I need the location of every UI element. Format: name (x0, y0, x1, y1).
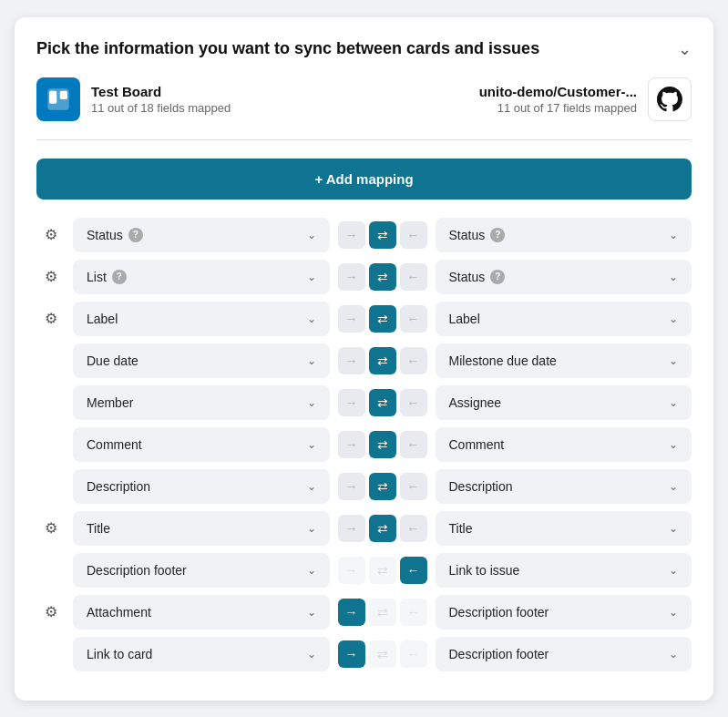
left-chevron-icon: ⌄ (307, 606, 316, 619)
both-arrows-button[interactable]: ⇄ (369, 515, 396, 542)
mapping-row: Description footer⌄→⇄←Link to issue⌄ (36, 553, 692, 588)
left-field-text: Label (87, 312, 118, 326)
source-right-info: unito-demo/Customer-... 11 out of 17 fie… (479, 84, 637, 115)
right-field-text: Description (449, 479, 513, 494)
left-field-select[interactable]: Description footer⌄ (73, 553, 330, 588)
sources-row: Test Board 11 out of 18 fields mapped un… (36, 77, 692, 140)
collapse-icon[interactable]: ⌄ (678, 39, 692, 59)
left-chevron-icon: ⌄ (307, 271, 316, 283)
right-field-text: Description footer (449, 605, 549, 620)
right-arrow-button[interactable]: ← (400, 263, 427, 291)
left-arrow-button[interactable]: → (338, 515, 365, 542)
right-arrow-button[interactable]: ← (400, 557, 427, 584)
right-arrow-button[interactable]: ← (400, 599, 427, 626)
left-field-label: Title (87, 521, 110, 536)
gear-button[interactable]: ⚙ (36, 262, 66, 292)
right-field-select[interactable]: Assignee⌄ (436, 385, 692, 420)
left-field-select[interactable]: Label⌄ (73, 302, 330, 336)
left-field-select[interactable]: Comment⌄ (73, 427, 330, 462)
left-field-select[interactable]: Status?⌄ (73, 218, 330, 252)
left-arrow-button[interactable]: → (338, 640, 365, 668)
right-field-select[interactable]: Link to issue⌄ (436, 553, 692, 588)
both-arrows-button[interactable]: ⇄ (369, 263, 396, 291)
left-field-text: Comment (87, 437, 142, 452)
left-field-label: Status? (87, 228, 143, 242)
both-arrows-button[interactable]: ⇄ (369, 431, 396, 458)
right-arrow-button[interactable]: ← (400, 640, 427, 668)
right-field-select[interactable]: Description footer⌄ (436, 595, 692, 630)
both-arrows-button[interactable]: ⇄ (369, 305, 396, 333)
right-field-select[interactable]: Milestone due date⌄ (436, 343, 692, 378)
both-arrows-button[interactable]: ⇄ (369, 221, 396, 249)
right-field-select[interactable]: Status?⌄ (436, 218, 692, 252)
add-mapping-button[interactable]: + Add mapping (36, 159, 692, 200)
gear-button[interactable]: ⚙ (36, 220, 66, 250)
both-arrows-button[interactable]: ⇄ (369, 557, 396, 584)
left-arrow-button[interactable]: → (338, 389, 365, 416)
source-right-mapped: 11 out of 17 fields mapped (479, 101, 637, 115)
left-field-select[interactable]: Title⌄ (73, 511, 330, 546)
left-arrow-button[interactable]: → (338, 221, 365, 249)
right-field-label: Link to issue (449, 563, 520, 578)
right-arrow-button[interactable]: ← (400, 347, 427, 374)
both-arrows-button[interactable]: ⇄ (369, 473, 396, 500)
left-arrow-button[interactable]: → (338, 305, 365, 333)
sync-controls: →⇄← (337, 305, 428, 333)
left-field-label: Description (87, 479, 150, 494)
left-field-label: List? (87, 270, 127, 284)
gear-button[interactable]: ⚙ (36, 598, 66, 627)
right-arrow-button[interactable]: ← (400, 473, 427, 500)
right-field-select[interactable]: Description footer⌄ (436, 637, 692, 671)
right-field-select[interactable]: Label⌄ (436, 302, 692, 336)
both-arrows-button[interactable]: ⇄ (369, 640, 396, 668)
left-field-select[interactable]: Attachment⌄ (73, 595, 330, 630)
gear-button[interactable]: ⚙ (36, 514, 66, 543)
left-arrow-button[interactable]: → (338, 557, 365, 584)
right-field-select[interactable]: Comment⌄ (436, 427, 692, 462)
left-field-select[interactable]: Due date⌄ (73, 343, 330, 378)
right-arrow-button[interactable]: ← (400, 221, 427, 249)
mapping-row: ⚙Attachment⌄→⇄←Description footer⌄ (36, 595, 692, 630)
left-field-select[interactable]: List?⌄ (73, 260, 330, 294)
right-arrow-button[interactable]: ← (400, 305, 427, 333)
sync-controls: →⇄← (337, 599, 428, 626)
left-field-select[interactable]: Member⌄ (73, 385, 330, 420)
left-field-select[interactable]: Link to card⌄ (73, 637, 330, 671)
right-arrow-button[interactable]: ← (400, 389, 427, 416)
right-field-select[interactable]: Status?⌄ (436, 260, 692, 294)
right-field-text: Assignee (449, 395, 502, 410)
right-arrow-button[interactable]: ← (400, 515, 427, 542)
left-field-label: Comment (87, 437, 142, 452)
right-help-icon: ? (490, 228, 505, 242)
both-arrows-button[interactable]: ⇄ (369, 599, 396, 626)
both-arrows-button[interactable]: ⇄ (369, 389, 396, 416)
right-field-text: Label (449, 312, 480, 326)
mapping-row: Member⌄→⇄←Assignee⌄ (36, 385, 692, 420)
right-arrow-button[interactable]: ← (400, 431, 427, 458)
right-field-select[interactable]: Description⌄ (436, 469, 692, 504)
right-chevron-icon: ⌄ (669, 312, 678, 325)
left-chevron-icon: ⌄ (307, 480, 316, 493)
gear-button[interactable]: ⚙ (36, 304, 66, 333)
left-field-select[interactable]: Description⌄ (73, 469, 330, 504)
right-chevron-icon: ⌄ (669, 606, 678, 619)
right-field-select[interactable]: Title⌄ (436, 511, 692, 546)
right-field-label: Comment (449, 437, 505, 452)
sync-controls: →⇄← (337, 389, 428, 416)
left-arrow-button[interactable]: → (338, 431, 365, 458)
left-arrow-button[interactable]: → (338, 599, 365, 626)
both-arrows-button[interactable]: ⇄ (369, 347, 396, 374)
left-chevron-icon: ⌄ (307, 229, 316, 241)
left-chevron-icon: ⌄ (307, 312, 316, 325)
right-field-text: Title (449, 521, 473, 536)
right-chevron-icon: ⌄ (669, 271, 678, 283)
sync-controls: →⇄← (337, 347, 428, 374)
left-arrow-button[interactable]: → (338, 473, 365, 500)
left-help-icon: ? (112, 270, 127, 284)
github-icon-btn[interactable] (648, 77, 692, 121)
mapping-row: Link to card⌄→⇄←Description footer⌄ (36, 637, 692, 671)
mapping-row: ⚙Title⌄→⇄←Title⌄ (36, 511, 692, 546)
left-arrow-button[interactable]: → (338, 263, 365, 291)
left-field-text: Due date (87, 353, 138, 368)
left-arrow-button[interactable]: → (338, 347, 365, 374)
